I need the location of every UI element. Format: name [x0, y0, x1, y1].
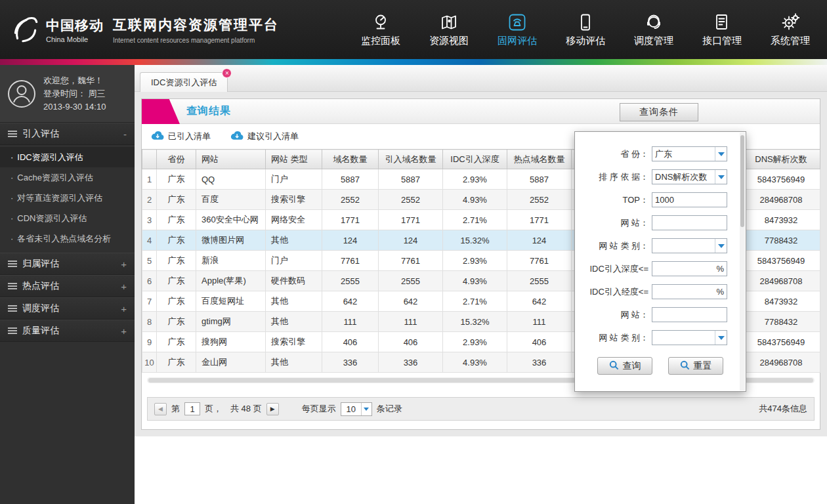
query-field-control: %	[652, 261, 727, 276]
table-cell: 284968708	[742, 190, 820, 210]
popup-scrollbar[interactable]	[740, 133, 745, 390]
platform-title-en: Internet content resources management pl…	[113, 37, 279, 44]
sidebar-item[interactable]: CDN资源引入评估	[0, 208, 135, 228]
column-header[interactable]: 网站	[196, 150, 266, 169]
table-cell: 642	[322, 291, 379, 312]
dropdown[interactable]: 广东	[652, 146, 727, 161]
query-field-label: 排 序 依 据：	[575, 171, 648, 183]
chevron-down-icon[interactable]	[715, 147, 727, 161]
platform-title-cn: 互联网内容资源管理平台	[113, 16, 279, 34]
imported-list-button[interactable]: 已引入清单	[151, 131, 211, 142]
text-input[interactable]	[652, 215, 727, 230]
query-field-label: IDC引入深度<=	[575, 263, 648, 275]
sidebar-section-label: 质量评估	[22, 325, 59, 337]
query-field-control	[652, 238, 727, 253]
expand-toggle-icon: +	[121, 303, 127, 314]
nav-item-map[interactable]: 资源视图	[423, 12, 475, 47]
nav-item-dashboard[interactable]: 监控面板	[354, 12, 407, 47]
tab-close-icon[interactable]	[222, 68, 232, 78]
mobile-icon	[576, 12, 595, 32]
chevron-down-icon[interactable]	[715, 170, 727, 184]
query-field-label: IDC引入经度<=	[575, 286, 648, 298]
per-page-select[interactable]: 10	[341, 402, 372, 416]
table-cell: Apple(苹果)	[196, 271, 266, 291]
dropdown[interactable]	[652, 330, 727, 345]
text-input[interactable]	[652, 307, 727, 322]
nav-item-mobile[interactable]: 移动评估	[559, 12, 612, 47]
total-pages: 共 48 页	[230, 403, 262, 415]
text-input[interactable]	[652, 192, 727, 207]
table-cell: QQ	[196, 169, 266, 190]
row-number-cell: 4	[142, 230, 157, 251]
nav-item-gears[interactable]: 系统管理	[764, 12, 816, 47]
nav-item-headset[interactable]: 调度管理	[627, 12, 680, 47]
chevron-down-icon[interactable]	[715, 331, 727, 345]
column-header[interactable]: 省份	[157, 150, 196, 169]
button-label: 已引入清单	[168, 131, 211, 142]
column-header[interactable]: 热点域名数量	[507, 150, 572, 169]
suggested-list-button[interactable]: 建议引入清单	[230, 131, 299, 142]
next-page-button[interactable]	[266, 403, 279, 415]
table-cell: 2555	[322, 271, 379, 291]
sidebar-section-0[interactable]: 引入评估-	[0, 123, 135, 145]
sidebar-item[interactable]: 对等直连资源引入评估	[0, 188, 135, 208]
column-header[interactable]: 引入域名数量	[379, 150, 443, 169]
column-header[interactable]: 域名数量	[322, 150, 379, 169]
search-icon	[680, 360, 690, 372]
dropdown[interactable]: DNS解析次数	[652, 169, 727, 184]
dropdown[interactable]	[652, 238, 727, 253]
sidebar-item[interactable]: 各省未引入热点域名分析	[0, 228, 135, 249]
query-conditions-popup: 省 份：广东排 序 依 据：DNS解析次数TOP：网 站：网 站 类 别：IDC…	[574, 131, 746, 392]
row-number-cell: 3	[142, 210, 157, 230]
cloud-download-icon	[230, 131, 244, 142]
table-cell: 8473932	[742, 210, 820, 230]
login-time-label: 登录时间： 周三	[43, 87, 106, 100]
table-cell: 其他	[266, 352, 322, 373]
panel-title: 查询结果	[186, 104, 231, 118]
table-cell: 7761	[507, 251, 572, 271]
table-cell: 广东	[157, 251, 196, 271]
menu-list-icon	[8, 304, 17, 312]
search-button[interactable]: 查询	[597, 357, 652, 375]
platform-title: 互联网内容资源管理平台 Internet content resources m…	[113, 16, 279, 44]
query-field-row: TOP：	[575, 188, 746, 211]
table-cell: 284968708	[742, 352, 820, 373]
scrollbar-thumb[interactable]	[740, 135, 744, 227]
nav-item-phone[interactable]: 固网评估	[491, 12, 543, 47]
query-field-row: 排 序 依 据：DNS解析次数	[575, 165, 746, 188]
sidebar-item[interactable]: Cache资源引入评估	[0, 167, 135, 188]
table-cell: 406	[379, 332, 443, 352]
headset-icon	[645, 12, 663, 32]
button-label: 建议引入清单	[247, 131, 299, 142]
table-cell: 新浪	[196, 251, 266, 271]
search-button-label: 查询	[623, 360, 641, 372]
chevron-down-icon[interactable]	[715, 239, 727, 253]
row-number-cell: 7	[142, 291, 157, 312]
sidebar-section-label: 调度评估	[22, 303, 59, 314]
tab-idc-resource-eval[interactable]: IDC资源引入评估	[140, 72, 228, 92]
page-number-input[interactable]	[184, 402, 200, 415]
table-cell: 硬件数码	[266, 271, 322, 291]
column-header[interactable]: DNS解析次数	[742, 150, 820, 169]
prev-page-button[interactable]	[154, 403, 167, 415]
sidebar-section-3[interactable]: 调度评估+	[0, 297, 135, 320]
nav-item-document[interactable]: 接口管理	[696, 12, 748, 47]
reset-button[interactable]: 重置	[668, 357, 723, 375]
table-cell: 1771	[322, 210, 379, 230]
expand-toggle-icon: +	[121, 259, 127, 270]
nav-item-label: 监控面板	[361, 35, 400, 47]
table-cell: 5887	[379, 169, 443, 190]
query-field-control: 广东	[652, 146, 727, 161]
brand: 中国移动 China Mobile	[0, 14, 104, 45]
sidebar-item[interactable]: IDC资源引入评估	[0, 147, 135, 167]
query-field-row: IDC引入经度<=%	[575, 280, 746, 303]
column-header[interactable]: 网站 类型	[266, 150, 322, 169]
column-header[interactable]	[142, 150, 157, 169]
query-conditions-button[interactable]: 查询条件	[620, 103, 698, 121]
menu-list-icon	[8, 260, 17, 268]
sidebar-section-1[interactable]: 归属评估+	[0, 253, 135, 275]
sidebar-section-2[interactable]: 热点评估+	[0, 275, 135, 297]
column-header[interactable]: IDC引入深度	[443, 150, 507, 169]
sidebar-section-4[interactable]: 质量评估+	[0, 320, 135, 342]
cloud-download-icon	[151, 131, 164, 142]
